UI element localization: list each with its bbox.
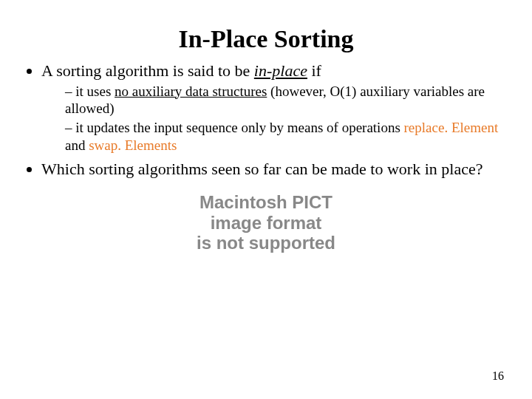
op-swap-elements: swap. Elements [89, 137, 177, 153]
text-fragment: it updates the input sequence only by me… [75, 120, 403, 135]
pict-unsupported-placeholder: Macintosh PICT image format is not suppo… [166, 192, 366, 253]
text-fragment: A sorting algorithm is said to be [41, 61, 254, 80]
text-fragment: it uses [75, 83, 115, 99]
pict-line: is not supported [166, 233, 366, 253]
slide: In-Place Sorting A sorting algorithm is … [0, 0, 532, 399]
pict-line: image format [166, 213, 366, 233]
pict-line: Macintosh PICT [166, 192, 366, 213]
emphasis-in-place: in-place [254, 61, 307, 80]
bullet-item-question: Which sorting algorithms seen so far can… [41, 159, 511, 180]
bullet-list-level-2: it uses no auxiliary data structures (ho… [41, 83, 511, 154]
text-fragment: if [307, 61, 321, 80]
text-fragment: and [65, 137, 89, 153]
slide-title: In-Place Sorting [21, 25, 511, 53]
sub-bullet-no-aux: it uses no auxiliary data structures (ho… [65, 83, 511, 118]
bullet-item-definition: A sorting algorithm is said to be in-pla… [41, 61, 511, 154]
page-number: 16 [492, 369, 504, 383]
underline-no-aux: no auxiliary data structures [115, 83, 267, 99]
bullet-list-level-1: A sorting algorithm is said to be in-pla… [21, 61, 511, 179]
op-replace-element: replace. Element [404, 120, 499, 135]
sub-bullet-operations: it updates the input sequence only by me… [65, 119, 511, 154]
